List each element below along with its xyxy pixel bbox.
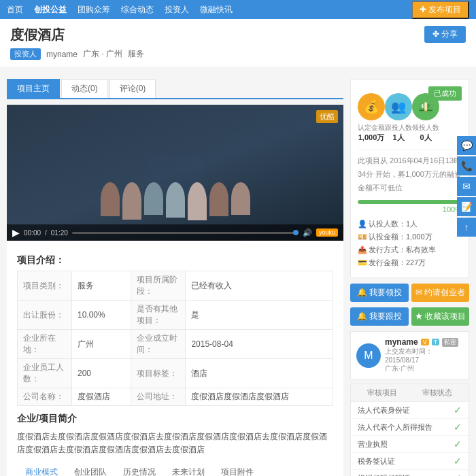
action-buttons-2: 🔔 我要跟投★ 收藏该项目 — [350, 307, 469, 326]
tab-project-home[interactable]: 项目主页 — [7, 79, 60, 98]
video-progress-bar[interactable] — [72, 232, 299, 234]
side-icon-top[interactable]: ↑ — [457, 218, 476, 237]
audit-row-4: 组织代码代码证 ✓ — [351, 470, 469, 476]
page-header: ✤ 分享 度假酒店 投资人 myname 广东 · 广州 服务 — [0, 19, 476, 67]
side-icon-chat[interactable]: 💬 — [457, 136, 476, 155]
author-badge-t: T — [432, 339, 440, 345]
nav-investment[interactable]: 创投公益 — [34, 4, 67, 16]
progress-wrap: 100% — [358, 200, 462, 214]
action-buttons-1: 🔔 我要领投✉ 约请创业者 — [350, 284, 469, 302]
info-value: 广州 — [72, 330, 131, 359]
stat-value-0: 1,000万 — [358, 133, 385, 143]
info-table: 项目类别： 服务 项目所属阶段： 已经有收入 出让股份： 10.00% 是否有其… — [17, 271, 333, 406]
tab-comments[interactable]: 评论(0) — [109, 79, 156, 98]
action-btn-2-0[interactable]: 🔔 我要跟投 — [350, 307, 409, 326]
audit-check-icon-3: ✓ — [454, 456, 462, 466]
model-tab-1[interactable]: 创业团队 — [66, 463, 115, 476]
stat-item-1: 👥 跟投人数 1人 — [385, 93, 412, 143]
audit-check-icon-4: ✓ — [454, 473, 462, 476]
action-btn-1-0[interactable]: 🔔 我要领投 — [350, 284, 409, 302]
audit-header: 审核项目 审核状态 — [351, 384, 469, 402]
volume-icon[interactable]: 🔊 — [303, 228, 312, 237]
model-tab-0[interactable]: 商业模式 — [17, 463, 66, 476]
action-btn-2-1[interactable]: ★ 收藏该项目 — [411, 307, 470, 326]
nav-dynamics[interactable]: 综合动态 — [121, 4, 154, 16]
page-title: 度假酒店 — [10, 26, 65, 44]
tag-location: 广东 · 广州 — [83, 48, 122, 60]
funding-progress-fill — [358, 200, 462, 204]
info-value2: 已经有收入 — [186, 271, 333, 301]
company-intro-title: 企业/项目简介 — [17, 413, 333, 425]
nav-news[interactable]: 微融快讯 — [200, 4, 233, 16]
nav-investors[interactable]: 投资人 — [165, 4, 189, 16]
model-tabs: 商业模式创业团队历史情况未来计划项目附件 — [17, 463, 333, 476]
model-tab-2[interactable]: 历史情况 — [115, 463, 164, 476]
meta-row: 👤认投人数：1人💴认投金额：1,000万📤发行方式：私有效率💳发行金额：227万 — [358, 219, 462, 268]
author-join-date: 上交发布时间：2015/08/17 — [385, 347, 463, 364]
stat-item-0: 💰 认定金额 1,000万 — [358, 93, 385, 143]
audit-check-icon-1: ✓ — [454, 422, 462, 432]
side-icon-note[interactable]: 📝 — [457, 197, 476, 216]
model-tab-3[interactable]: 未来计划 — [164, 463, 213, 476]
side-icons: 💬 📞 ✉ 📝 ↑ — [457, 136, 476, 237]
audit-item-label-2: 营业执照 — [358, 439, 388, 449]
info-label2: 企业成立时间： — [131, 330, 186, 359]
stat-icon-2: 💵 — [412, 93, 439, 120]
info-value2: 酒店 — [186, 359, 333, 388]
stats-box: 已成功 💰 认定金额 1,000万 👥 跟投人数 1人 💵 领投人数 0人 此项… — [350, 79, 469, 278]
info-value2: 2015-08-04 — [186, 330, 333, 359]
video-player: 👥 优酷 ▶ 00:00 / 01:20 — [7, 105, 343, 241]
nav-crowdfunding[interactable]: 团购众筹 — [78, 4, 110, 16]
video-progress-dot — [293, 230, 299, 235]
table-row: 企业员工人数： 200 项目标签： 酒店 — [18, 359, 333, 388]
tag-user: myname — [46, 50, 78, 59]
info-label2: 公司地址： — [131, 388, 186, 406]
stats-row: 💰 认定金额 1,000万 👥 跟投人数 1人 💵 领投人数 0人 — [358, 93, 428, 143]
avatar-letter: M — [364, 350, 373, 362]
tab-dynamics[interactable]: 动态(0) — [61, 79, 108, 98]
audit-item-label-3: 税务签认证 — [358, 456, 395, 466]
author-name: myname — [385, 337, 418, 347]
info-label2: 项目标签： — [131, 359, 186, 388]
audit-col2-header: 审核状态 — [422, 388, 452, 398]
info-value: 10.00% — [72, 301, 131, 330]
meta-item-1: 💴认投金额：1,000万 — [358, 232, 432, 242]
meta-icon-3: 💳 — [358, 258, 367, 267]
video-platform-badge: 优酷 — [316, 110, 338, 123]
stat-label-0: 认定金额 — [358, 123, 385, 133]
meta-icon-1: 💴 — [358, 233, 367, 241]
audit-section: 审核项目 审核状态 法人代表身份证 ✓ 法人代表个人所得报告 ✓ 营业执照 ✓ … — [350, 384, 469, 476]
info-label: 出让股份： — [18, 301, 72, 330]
table-row: 公司名称： 度假酒店 公司地址： 度假酒店度假酒店度假酒店 — [18, 388, 333, 406]
play-button[interactable]: ▶ — [12, 227, 20, 238]
audit-row-2: 营业执照 ✓ — [351, 436, 469, 453]
audit-check-icon-0: ✓ — [454, 405, 462, 415]
share-button[interactable]: ✤ 分享 — [424, 26, 466, 43]
funding-progress-bar — [358, 200, 462, 204]
nav-home[interactable]: 首页 — [7, 4, 23, 16]
meta-rows: 👤认投人数：1人💴认投金额：1,000万📤发行方式：私有效率💳发行金额：227万 — [358, 219, 462, 268]
audit-item-label-4: 组织代码代码证 — [358, 473, 410, 476]
model-tab-4[interactable]: 项目附件 — [213, 463, 262, 476]
author-badge-private: 私密 — [442, 338, 458, 347]
meta-item-2: 📤发行方式：私有效率 — [358, 245, 436, 255]
side-icon-phone[interactable]: 📞 — [457, 156, 476, 175]
info-label2: 项目所属阶段： — [131, 271, 186, 301]
action-btn-1-1[interactable]: ✉ 约请创业者 — [411, 284, 470, 302]
main-container: 项目主页 动态(0) 评论(0) 👥 优酷 — [0, 72, 476, 476]
audit-item-label-0: 法人代表身份证 — [358, 405, 410, 415]
video-time: 00:00 — [24, 229, 41, 237]
info-label: 企业所在地： — [18, 330, 72, 359]
tag-category: 服务 — [128, 48, 144, 60]
author-badge-v: V — [421, 339, 429, 345]
stat-item-2: 💵 领投人数 0人 — [412, 93, 439, 143]
side-icon-message[interactable]: ✉ — [457, 177, 476, 196]
progress-label: 100% — [358, 205, 462, 214]
tags-row: 投资人 myname 广东 · 广州 服务 — [10, 48, 466, 60]
table-row: 企业所在地： 广州 企业成立时间： 2015-08-04 — [18, 330, 333, 359]
project-intro-title: 项目介绍： — [17, 254, 333, 267]
left-content: 项目介绍： 项目类别： 服务 项目所属阶段： 已经有收入 出让股份： 10.00… — [7, 241, 343, 476]
author-location: 广东·广州 — [385, 364, 463, 373]
video-separator: / — [45, 229, 47, 237]
publish-project-button[interactable]: ✚ 发布项目 — [411, 1, 469, 19]
